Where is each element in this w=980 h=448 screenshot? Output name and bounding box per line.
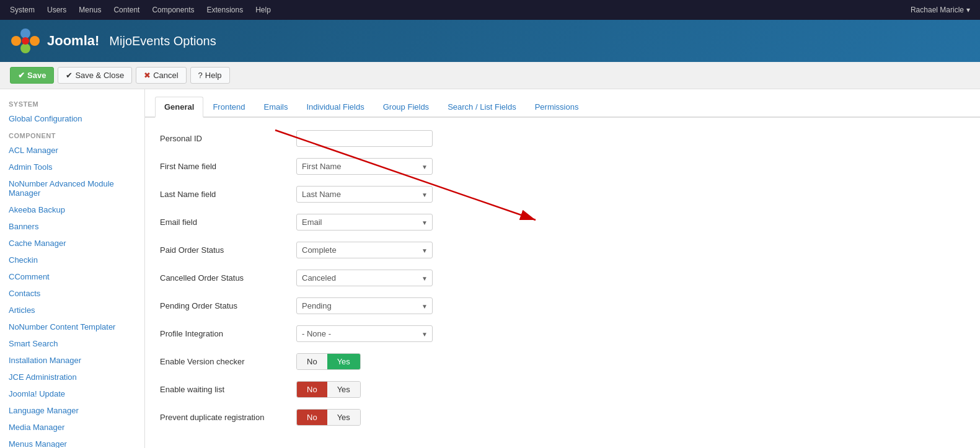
sidebar-item-cache-manager[interactable]: Cache Manager xyxy=(0,235,144,252)
cancelled-order-select[interactable]: Canceled xyxy=(296,270,433,286)
sidebar-item-jce-administration[interactable]: JCE Administration xyxy=(0,369,144,385)
tab-emails[interactable]: Emails xyxy=(254,97,297,118)
duplicate-no-button[interactable]: No xyxy=(297,410,327,425)
svg-point-0 xyxy=(11,36,21,46)
page-title: MijoEvents Options xyxy=(109,34,216,48)
sidebar-item-menus-manager[interactable]: Menus Manager xyxy=(0,436,144,448)
sidebar-item-language-manager[interactable]: Language Manager xyxy=(0,402,144,419)
profile-label: Profile Integration xyxy=(160,329,296,338)
save-label: Save xyxy=(27,71,46,80)
user-dropdown-icon: ▾ xyxy=(966,6,970,14)
profile-select-wrap: - None - xyxy=(296,325,433,342)
nav-extensions[interactable]: Extensions xyxy=(206,6,243,14)
sidebar-item-contacts[interactable]: Contacts xyxy=(0,285,144,302)
pending-order-select[interactable]: Pending xyxy=(296,297,433,314)
duplicate-yes-button[interactable]: Yes xyxy=(327,410,360,425)
joomla-logo-icon xyxy=(10,27,41,55)
personal-id-input[interactable] xyxy=(296,130,433,147)
cancelled-order-select-wrap: Canceled xyxy=(296,270,433,286)
email-select[interactable]: Email xyxy=(296,214,433,231)
sidebar-item-banners[interactable]: Banners xyxy=(0,218,144,235)
form-area: Personal ID First Name field First Name xyxy=(145,118,980,448)
version-checker-label: Enable Version checker xyxy=(160,357,296,366)
sidebar-item-nonumber-advanced[interactable]: NoNumber Advanced Module Manager xyxy=(0,175,144,201)
waiting-list-control: No Yes xyxy=(296,381,965,398)
save-button[interactable]: ✔ Save xyxy=(10,67,54,84)
first-name-control: First Name xyxy=(296,158,965,175)
sidebar-item-nonumber-content[interactable]: NoNumber Content Templater xyxy=(0,318,144,335)
paid-order-row: Paid Order Status Complete xyxy=(160,242,965,258)
email-select-wrap: Email xyxy=(296,214,433,231)
last-name-select[interactable]: Last Name xyxy=(296,186,433,203)
pending-order-row: Pending Order Status Pending xyxy=(160,297,965,314)
last-name-control: Last Name xyxy=(296,186,965,203)
nav-system[interactable]: System xyxy=(10,6,35,14)
logo-text: Joomla! xyxy=(47,33,99,49)
sidebar-item-articles[interactable]: Articles xyxy=(0,302,144,318)
sidebar-item-ccomment[interactable]: CComment xyxy=(0,268,144,285)
tab-permissions[interactable]: Permissions xyxy=(526,97,588,118)
sidebar-item-installation-manager[interactable]: Installation Manager xyxy=(0,352,144,369)
nav-menus[interactable]: Menus xyxy=(79,6,101,14)
save-icon: ✔ xyxy=(18,71,25,80)
personal-id-label: Personal ID xyxy=(160,134,296,143)
version-checker-toggle: No Yes xyxy=(296,353,361,370)
cancel-label: Cancel xyxy=(153,71,178,80)
email-row: Email field Email xyxy=(160,214,965,231)
top-nav: System Users Menus Content Components Ex… xyxy=(0,0,980,20)
sidebar-item-smart-search[interactable]: Smart Search xyxy=(0,335,144,352)
version-checker-control: No Yes xyxy=(296,353,965,370)
paid-order-control: Complete xyxy=(296,242,965,258)
duplicate-row: Prevent duplicate registration No Yes xyxy=(160,409,965,426)
tab-group-fields[interactable]: Group Fields xyxy=(374,97,438,118)
version-checker-no-button[interactable]: No xyxy=(297,354,327,369)
cancel-icon: ✖ xyxy=(144,71,151,80)
save-close-label: Save & Close xyxy=(75,71,124,80)
sidebar-system-label: SYSTEM xyxy=(0,95,144,110)
user-menu[interactable]: Rachael Maricle ▾ xyxy=(911,6,970,14)
nav-content[interactable]: Content xyxy=(113,6,139,14)
save-close-button[interactable]: ✔ Save & Close xyxy=(58,67,132,84)
waiting-list-no-button[interactable]: No xyxy=(297,382,327,397)
sidebar-item-joomla-update[interactable]: Joomla! Update xyxy=(0,385,144,402)
profile-row: Profile Integration - None - xyxy=(160,325,965,342)
svg-point-3 xyxy=(20,43,30,53)
paid-order-select[interactable]: Complete xyxy=(296,242,433,258)
svg-point-4 xyxy=(22,37,29,45)
waiting-list-yes-button[interactable]: Yes xyxy=(327,382,360,397)
first-name-label: First Name field xyxy=(160,162,296,171)
sidebar-item-akeeba-backup[interactable]: Akeeba Backup xyxy=(0,201,144,218)
sidebar-item-acl-manager[interactable]: ACL Manager xyxy=(0,142,144,159)
cancelled-order-label: Cancelled Order Status xyxy=(160,273,296,283)
tab-frontend[interactable]: Frontend xyxy=(203,97,254,118)
svg-point-2 xyxy=(30,36,40,46)
nav-components[interactable]: Components xyxy=(152,6,194,14)
personal-id-row: Personal ID xyxy=(160,130,965,147)
first-name-row: First Name field First Name xyxy=(160,158,965,175)
tab-general[interactable]: General xyxy=(155,97,203,118)
nav-users[interactable]: Users xyxy=(47,6,66,14)
paid-order-select-wrap: Complete xyxy=(296,242,433,258)
sidebar-item-admin-tools[interactable]: Admin Tools xyxy=(0,159,144,175)
sidebar-item-media-manager[interactable]: Media Manager xyxy=(0,419,144,436)
help-button[interactable]: ? Help xyxy=(190,67,230,84)
help-icon: ? xyxy=(198,71,203,80)
profile-select[interactable]: - None - xyxy=(296,325,433,342)
first-name-select[interactable]: First Name xyxy=(296,158,433,175)
help-label: Help xyxy=(205,71,222,80)
last-name-select-wrap: Last Name xyxy=(296,186,433,203)
tab-individual-fields[interactable]: Individual Fields xyxy=(297,97,373,118)
sidebar-item-global-configuration[interactable]: Global Configuration xyxy=(0,110,144,127)
paid-order-label: Paid Order Status xyxy=(160,245,296,255)
email-control: Email xyxy=(296,214,965,231)
nav-help[interactable]: Help xyxy=(255,6,271,14)
last-name-row: Last Name field Last Name xyxy=(160,186,965,203)
duplicate-label: Prevent duplicate registration xyxy=(160,413,296,422)
sidebar-item-checkin[interactable]: Checkin xyxy=(0,252,144,268)
cancel-button[interactable]: ✖ Cancel xyxy=(136,67,186,84)
tab-search-list-fields[interactable]: Search / List Fields xyxy=(438,97,526,118)
sidebar-component-label: COMPONENT xyxy=(0,127,144,142)
waiting-list-label: Enable waiting list xyxy=(160,385,296,394)
version-checker-yes-button[interactable]: Yes xyxy=(327,354,360,369)
profile-control: - None - xyxy=(296,325,965,342)
